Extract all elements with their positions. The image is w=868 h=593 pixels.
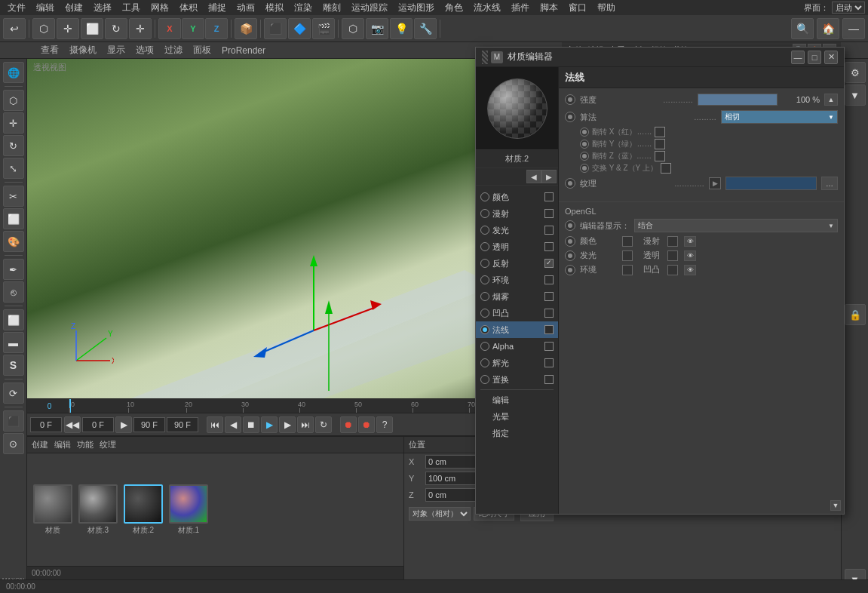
cam-btn[interactable]: 📷 [366,18,388,39]
prev-btn[interactable]: ◀ [225,416,241,433]
strength-up-btn[interactable]: ▲ [824,94,838,106]
menu-motion-graph[interactable]: 运动图形 [394,2,439,14]
dialog-close-btn[interactable]: ✕ [824,51,838,64]
material-thumb-3[interactable] [169,484,208,524]
mat-menu-function[interactable]: 功能 [77,439,94,450]
mat-preview-sphere[interactable] [487,78,547,139]
channel-color-check[interactable] [544,192,554,201]
start-btn[interactable]: ⏮ [207,416,223,433]
channel-bump-check[interactable] [544,309,554,318]
sidebar-spline-btn[interactable]: ⎋ [3,281,24,303]
obj-tool-btn[interactable]: ✛ [129,18,152,39]
viewport-tab-view[interactable]: 查看 [36,44,63,57]
sidebar-rotate-btn[interactable]: ↻ [3,135,24,156]
play-btn[interactable]: ▶ [261,416,278,433]
channel-diffuse[interactable]: 漫射 [476,205,558,222]
channel-normal[interactable]: 法线 [476,321,558,338]
coord-y-input[interactable] [425,472,478,485]
coord-z-input[interactable] [425,488,478,502]
light-btn[interactable]: 💡 [390,18,413,39]
rec-btn[interactable]: ⏺ [340,416,357,433]
texture-area[interactable] [725,177,817,190]
menu-motion-track[interactable]: 运动跟踪 [347,2,392,14]
interface-mode-select[interactable]: 启动 [832,2,865,14]
menu-window[interactable]: 窗口 [564,2,591,14]
sidebar-knife-btn[interactable]: ✂ [3,186,24,207]
swap-yz-check[interactable] [661,163,671,174]
algo-dropdown[interactable]: 相切 ▼ [721,110,838,124]
channel-env-check[interactable] [544,275,554,284]
menu-mesh[interactable]: 网格 [146,2,173,14]
anim-key-btn[interactable]: 🔷 [288,18,311,39]
channel-alpha-check[interactable] [544,342,554,351]
channel-glow2-check[interactable] [544,358,554,367]
opengl-bump-eye[interactable]: 👁 [684,265,696,275]
select-tool-btn[interactable]: ⬡ [32,18,55,39]
channel-bump[interactable]: 凹凸 [476,305,558,321]
search-icon-btn[interactable]: 🔍 [791,18,814,39]
sidebar-bend-btn[interactable]: ⟳ [3,383,24,404]
channel-displace-check[interactable] [544,375,554,384]
flip-y-check[interactable] [655,139,665,149]
menu-help[interactable]: 帮助 [593,2,620,14]
viewport-tab-options[interactable]: 选项 [131,44,158,57]
menu-plugins[interactable]: 插件 [507,2,534,14]
render-preview-btn[interactable]: 🎬 [312,18,335,39]
rs-btn2[interactable]: ▼ [845,84,866,106]
mat-nav-left[interactable]: ◀ [526,170,541,183]
sidebar-pen-btn[interactable]: ✒ [3,259,24,280]
mat-nav-right[interactable]: ▶ [541,170,557,183]
next-btn[interactable]: ▶ [279,416,296,433]
move-btn[interactable]: ✛ [57,18,79,39]
channel-assign[interactable]: 指定 [476,425,558,441]
channel-reflect-radio[interactable] [480,259,489,268]
mat-menu-edit[interactable]: 编辑 [54,439,71,450]
axis-y-btn[interactable]: Y [182,18,204,39]
channel-env[interactable]: 环境 [476,272,558,288]
menu-file[interactable]: 文件 [3,2,30,14]
opengl-color-swatch[interactable] [622,236,633,247]
coord-x-input[interactable] [425,455,478,469]
channel-transparency-check[interactable] [544,242,554,251]
menu-render[interactable]: 渲染 [290,2,317,14]
dialog-scroll-down[interactable]: ▼ [830,500,841,511]
scale-btn[interactable]: ⬜ [81,18,103,39]
channel-diffuse-check[interactable] [544,209,554,218]
material-thumb-2[interactable] [124,484,163,524]
channel-color-radio[interactable] [480,192,489,201]
opengl-display-select[interactable]: 结合 ▼ [634,219,838,232]
channel-reflect-check[interactable] [544,259,554,268]
channel-fog-radio[interactable] [480,292,489,301]
rs-btn1[interactable]: ⚙ [845,62,866,83]
channel-bump-radio[interactable] [480,309,489,318]
render-btn[interactable]: 🔧 [414,18,437,39]
material-slot-0[interactable]: 材质 [33,484,72,536]
channel-color[interactable]: 颜色 [476,189,558,205]
mat-menu-create[interactable]: 创建 [32,439,48,450]
material-thumb-1[interactable] [78,484,118,524]
menu-character[interactable]: 角色 [440,2,468,14]
next-end-btn[interactable]: ▶ [115,416,132,433]
dialog-minimize-btn[interactable]: — [791,51,805,64]
menu-edit[interactable]: 编辑 [32,2,59,14]
menu-pipeline[interactable]: 流水线 [469,2,505,14]
sidebar-s-btn[interactable]: S [3,355,24,376]
frame-start-input[interactable] [30,417,62,432]
opengl-diffuse-eye[interactable]: 👁 [684,236,696,247]
channel-reflect[interactable]: 反射 [476,255,558,272]
obj-btn[interactable]: 📦 [235,18,257,39]
menu-create[interactable]: 创建 [60,2,87,14]
channel-fog-check[interactable] [544,292,554,301]
menu-tools[interactable]: 工具 [118,2,145,14]
menu-select[interactable]: 选择 [89,2,116,14]
channel-normal-radio[interactable] [480,325,489,334]
opengl-transparency-swatch[interactable] [667,250,678,261]
cube-btn[interactable]: ⬡ [342,18,364,39]
material-slot-1[interactable]: 材质.3 [78,484,118,536]
material-thumb-0[interactable] [33,484,72,524]
menu-simulate[interactable]: 模拟 [261,2,288,14]
sidebar-extra-btn[interactable]: ⊙ [3,433,24,454]
menu-volume[interactable]: 体积 [175,2,202,14]
anim-record-btn[interactable]: ⬛ [264,18,287,39]
opengl-glow-swatch[interactable] [622,250,633,261]
